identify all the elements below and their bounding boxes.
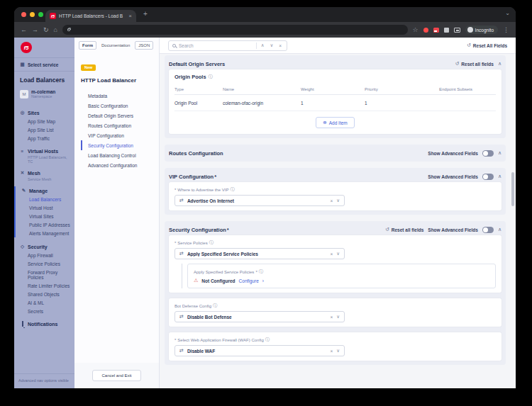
advanced-fields-label: Show Advanced Fields <box>428 227 478 232</box>
sidebar-item-shared-objects[interactable]: Shared Objects <box>14 290 74 298</box>
chevron-down-icon[interactable]: ∨ <box>336 198 340 203</box>
chevron-down-icon[interactable]: ∨ <box>336 251 340 256</box>
select-service[interactable]: ▦ Select service <box>14 57 74 72</box>
section-title: VIP Configuration <box>169 174 214 180</box>
sidebar-header-security[interactable]: ◇ Security <box>14 242 74 251</box>
chevron-down-icon[interactable]: ∨ <box>336 348 340 354</box>
form-nav-load-balancing-control[interactable]: Load Balancing Control <box>81 150 153 160</box>
sidebar-item-public-ip-addresses[interactable]: Public IP Addresses <box>16 220 74 229</box>
advertise-vip-select[interactable]: ⇄ Advertise On Internet × ∨ <box>174 195 345 206</box>
show-advanced-fields-toggle[interactable] <box>482 174 494 180</box>
clear-icon[interactable]: × <box>330 198 333 203</box>
show-advanced-fields-toggle[interactable] <box>482 150 494 157</box>
collapse-icon[interactable]: ∧ <box>498 174 501 179</box>
sidebar-item-app-site-map[interactable]: App Site Map <box>14 117 74 125</box>
new-tab-button[interactable]: + <box>143 10 148 18</box>
form-nav-basic-configuration[interactable]: Basic Configuration <box>81 101 153 111</box>
sidebar-item-virtual-sites[interactable]: Virtual Sites <box>16 212 74 220</box>
search-input[interactable] <box>179 43 253 48</box>
sidebar-header-sites[interactable]: ◎ Sites <box>14 108 74 117</box>
form-nav-security-configuration[interactable]: Security Configuration <box>81 140 153 150</box>
clear-icon[interactable]: × <box>330 252 333 256</box>
cell-type: Origin Pool <box>174 101 223 106</box>
sidebar-item-app-firewall[interactable]: App Firewall <box>14 251 74 259</box>
section-title: Security Configuration <box>169 227 226 233</box>
form-nav-routes-configuration[interactable]: Routes Configuration <box>81 120 153 130</box>
sidebar-item-forward-proxy-policies[interactable]: Forward Proxy Policies <box>14 268 74 281</box>
sidebar-header-virtual-hosts[interactable]: ≡ Virtual Hosts <box>14 147 74 155</box>
collapse-icon[interactable]: ∧ <box>498 150 501 156</box>
sidebar-header-mesh[interactable]: ✕ Mesh <box>14 169 74 177</box>
sidebar-item-secrets[interactable]: Secrets <box>14 307 74 315</box>
scrollbar-thumb[interactable] <box>511 172 514 206</box>
search-next-icon[interactable]: ∨ <box>268 43 275 48</box>
extensions-puzzle-icon[interactable] <box>444 28 449 33</box>
sidebar-item-alerts-management[interactable]: Alerts Management <box>16 229 74 237</box>
cancel-and-exit-button[interactable]: Cancel and Exit <box>92 370 140 381</box>
collapse-icon[interactable]: ∧ <box>498 61 501 67</box>
sidebar-item-rate-limiter-policies[interactable]: Rate Limiter Policies <box>14 281 74 290</box>
sidebar-header-notifications[interactable]: Notifications <box>14 320 74 328</box>
tab-form[interactable]: Form <box>79 41 96 50</box>
reset-all-fields-button[interactable]: ↺ Reset All Fields <box>467 43 507 48</box>
service-policies-select[interactable]: ⇄ Apply Specified Service Policies × ∨ <box>174 248 345 259</box>
home-icon[interactable]: ⌂ <box>54 26 57 33</box>
sidebar-section-manage: ✎ Manage Load Balancers Virtual Host Vir… <box>14 186 74 237</box>
search-clear-icon[interactable]: × <box>277 43 283 48</box>
waf-select[interactable]: ⇄ Disable WAF × ∨ <box>174 345 345 356</box>
extension-badge-icon[interactable] <box>433 28 439 33</box>
section-title: Default Origin Servers <box>169 61 225 67</box>
tab-close-icon[interactable]: × <box>128 13 132 19</box>
clear-icon[interactable]: × <box>330 315 333 320</box>
tab-json[interactable]: JSON <box>135 41 153 50</box>
sidebar-item-load-balancers[interactable]: Load Balancers <box>16 195 74 203</box>
vip-card: * Where to Advertise the VIP ⓘ ⇄ Adverti… <box>169 182 501 210</box>
sidebar-item-service-policies[interactable]: Service Policies <box>14 259 74 268</box>
mesh-subtitle: Service Mesh <box>14 177 74 181</box>
virtual-hosts-icon: ≡ <box>20 149 25 154</box>
col-type: Type <box>174 87 223 91</box>
tab-documentation[interactable]: Documentation <box>99 42 133 49</box>
forward-icon[interactable]: → <box>32 26 38 33</box>
advertise-vip-label: Where to Advertise the VIP <box>177 188 228 192</box>
warning-icon: ⚠ <box>194 278 198 283</box>
sidebar-item-app-traffic[interactable]: App Traffic <box>14 134 74 142</box>
chevron-down-icon[interactable]: ∨ <box>336 314 340 320</box>
bookmark-star-icon[interactable]: ☆ <box>413 26 419 33</box>
form-nav-default-origin-servers[interactable]: Default Origin Servers <box>81 111 153 120</box>
form-nav-advanced-configuration[interactable]: Advanced Configuration <box>81 160 153 170</box>
close-window-button[interactable] <box>21 12 26 17</box>
select-field-icon: ⇄ <box>179 314 184 320</box>
address-bar[interactable] <box>62 25 408 35</box>
browser-tab[interactable]: f5 HTTP Load Balancers - Load B × <box>45 10 136 22</box>
sidebar-item-virtual-host[interactable]: Virtual Host <box>16 203 74 212</box>
form-nav-vip-configuration[interactable]: VIP Configuration <box>81 130 153 140</box>
zoom-window-button[interactable] <box>38 12 43 17</box>
tab-search-icon[interactable]: ⌄ <box>505 10 510 16</box>
extension-record-icon[interactable] <box>423 28 428 33</box>
reload-icon[interactable]: ↻ <box>43 26 49 33</box>
configure-link[interactable]: Configure <box>239 278 259 283</box>
sidebar-item-ai-ml[interactable]: AI & ML <box>14 298 74 307</box>
namespace-selector[interactable]: M m-coleman Namespace <box>14 87 74 103</box>
sidebar-header-manage[interactable]: ✎ Manage <box>16 186 74 195</box>
collapse-icon[interactable]: ∧ <box>498 227 501 232</box>
back-icon[interactable]: ← <box>21 26 27 33</box>
reset-all-fields-section-button[interactable]: ↺ Reset all fields <box>455 61 493 67</box>
picture-in-picture-icon[interactable] <box>454 28 460 33</box>
add-item-button[interactable]: ⊕ Add Item <box>316 117 354 128</box>
info-icon: ⓘ <box>259 269 263 275</box>
bot-defense-select[interactable]: ⇄ Disable Bot Defense × ∨ <box>174 311 345 322</box>
sites-icon: ◎ <box>20 110 25 115</box>
manage-label: Manage <box>29 188 48 193</box>
search-prev-icon[interactable]: ∧ <box>260 43 266 48</box>
sidebar-item-app-site-list[interactable]: App Site List <box>14 125 74 134</box>
minimize-window-button[interactable] <box>30 12 35 17</box>
col-weight: Weight <box>301 87 365 91</box>
show-advanced-fields-toggle[interactable] <box>482 227 494 233</box>
browser-menu-icon[interactable]: ⋮ <box>503 26 509 33</box>
clear-icon[interactable]: × <box>330 349 333 354</box>
form-nav-metadata[interactable]: Metadata <box>81 91 153 101</box>
namespace-avatar: M <box>20 90 28 98</box>
reset-all-fields-section-button[interactable]: ↺ Reset all fields <box>385 227 423 232</box>
